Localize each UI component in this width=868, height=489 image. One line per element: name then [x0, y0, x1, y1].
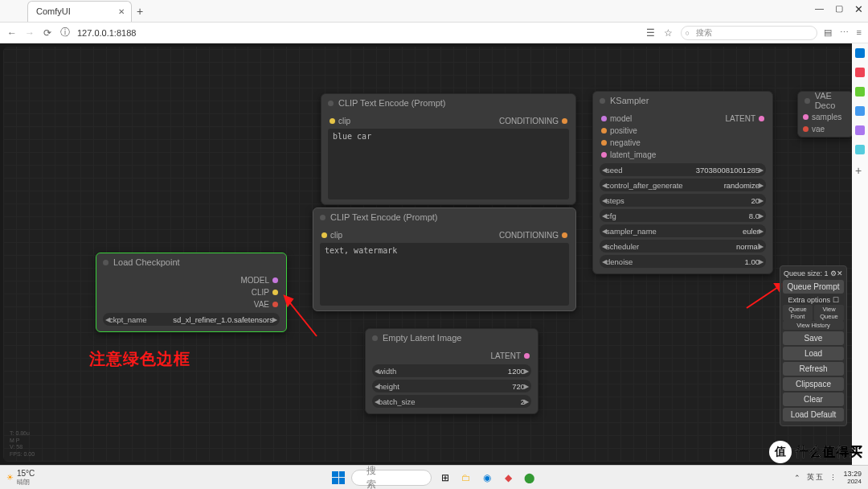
port-conditioning[interactable]: CONDITIONING	[499, 117, 567, 125]
sidebar-icon[interactable]	[855, 48, 865, 58]
browser-sidebar: +	[852, 43, 868, 465]
clock-time[interactable]: 13:29	[843, 470, 862, 478]
scheduler-widget[interactable]: ◀schedulernormal▶	[600, 240, 766, 253]
port-clip-in[interactable]: clip	[330, 117, 350, 125]
height-widget[interactable]: ◀height720▶	[372, 380, 531, 392]
batch-widget[interactable]: ◀batch_size2▶	[372, 395, 531, 408]
node-title: Empty Latent Image	[383, 333, 461, 343]
load-button[interactable]: Load	[783, 347, 844, 360]
clock-date[interactable]: 2024	[843, 478, 862, 485]
refresh-button[interactable]: Refresh	[783, 362, 844, 376]
sidebar-icon[interactable]	[855, 87, 865, 97]
port-latent-out[interactable]: LATENT	[725, 114, 764, 123]
prompt-textarea[interactable]: blue car	[328, 129, 569, 199]
menu-icon[interactable]: ⋯	[840, 27, 849, 38]
port-latent[interactable]: LATENT	[490, 351, 530, 360]
port-clip-in[interactable]: clip	[321, 231, 342, 240]
port-model[interactable]: MODEL	[240, 276, 278, 285]
view-queue-button[interactable]: View Queue	[814, 305, 844, 321]
tray-chevron-icon[interactable]: ⌃	[794, 474, 800, 482]
app-icon[interactable]: ◆	[501, 471, 515, 485]
more-icon[interactable]: ≡	[857, 27, 862, 38]
port-negative[interactable]: negative	[601, 138, 656, 147]
watermark: 值 什么值得买	[769, 441, 863, 463]
explorer-icon[interactable]: 🗀	[459, 471, 473, 485]
taskbar: ☀ 15°C 晴朗 搜索 ⊞ 🗀 ◉ ◆ ⬤ ⌃ 英 五 ⋮ 13:29 202…	[0, 465, 868, 489]
taskbar-search[interactable]: 搜索	[351, 470, 432, 486]
close-window-icon[interactable]: ✕	[854, 3, 863, 15]
start-button[interactable]	[332, 471, 345, 484]
browser-tab[interactable]: ComfyUI ✕	[27, 1, 132, 22]
weather-icon: ☀	[6, 473, 14, 482]
port-vae[interactable]: vae	[803, 125, 848, 134]
reader-icon[interactable]: ☰	[645, 27, 657, 39]
steps-widget[interactable]: ◀steps20▶	[600, 194, 766, 207]
clear-button[interactable]: Clear	[783, 392, 844, 406]
seed-widget[interactable]: ◀seed370380081001285▶	[600, 163, 766, 176]
queue-prompt-button[interactable]: Queue Prompt	[783, 280, 844, 294]
edge-icon[interactable]: ◉	[480, 471, 494, 485]
node-empty-latent[interactable]: Empty Latent Image LATENT ◀width1200▶ ◀h…	[365, 328, 538, 414]
node-clip-encode-positive[interactable]: CLIP Text Encode (Prompt) clip CONDITION…	[321, 93, 576, 205]
node-title: Load Checkpoint	[113, 257, 180, 267]
port-positive[interactable]: positive	[601, 126, 656, 135]
address-bar: ← → ⟳ ⓘ 127.0.0.1:8188 ☰ ☆ 搜索 ▤ ⋯ ≡	[0, 23, 868, 43]
extra-options[interactable]: Extra options ☐	[783, 295, 844, 305]
extension-icon[interactable]: ▤	[824, 27, 832, 38]
task-view-icon[interactable]: ⊞	[438, 471, 452, 485]
refresh-icon[interactable]: ⟳	[42, 27, 53, 39]
port-clip[interactable]: CLIP	[240, 288, 278, 297]
forward-icon[interactable]: →	[24, 27, 35, 39]
save-button[interactable]: Save	[783, 331, 844, 345]
tab-title: ComfyUI	[36, 6, 71, 16]
wifi-icon[interactable]: ⋮	[829, 474, 837, 482]
node-title: CLIP Text Encode (Prompt)	[330, 212, 438, 222]
cfg-widget[interactable]: ◀cfg8.0▶	[600, 209, 766, 222]
node-ksampler[interactable]: KSampler model positive negative latent_…	[592, 91, 773, 274]
new-tab-button[interactable]: +	[137, 5, 143, 18]
denoise-widget[interactable]: ◀denoise1.00▶	[600, 255, 766, 268]
connection-wires	[3, 47, 244, 167]
maximize-icon[interactable]: ▢	[835, 3, 843, 15]
port-vae[interactable]: VAE	[240, 300, 278, 309]
control-widget[interactable]: ◀control_after_generaterandomize▶	[600, 179, 766, 191]
sampler-widget[interactable]: ◀sampler_nameeuler▶	[600, 224, 766, 237]
clipspace-button[interactable]: Clipspace	[783, 377, 844, 391]
sidebar-icon[interactable]	[855, 125, 865, 135]
minimize-icon[interactable]: —	[815, 3, 824, 15]
port-latent[interactable]: latent_image	[601, 150, 656, 159]
node-clip-encode-negative[interactable]: CLIP Text Encode (Prompt) clip CONDITION…	[313, 208, 576, 311]
star-icon[interactable]: ☆	[663, 27, 674, 39]
port-model[interactable]: model	[601, 114, 656, 123]
prompt-textarea[interactable]: text, watermark	[320, 243, 569, 306]
close-icon: ✕	[837, 269, 843, 277]
back-icon[interactable]: ←	[6, 27, 18, 39]
weather-widget[interactable]: ☀ 15°C 晴朗	[0, 469, 35, 487]
node-title: VAE Deco	[815, 91, 853, 110]
close-icon[interactable]: ✕	[118, 7, 125, 16]
node-title: CLIP Text Encode (Prompt)	[338, 98, 446, 108]
app-icon[interactable]: ⬤	[522, 471, 536, 485]
control-panel[interactable]: Queue size: 1 ⚙✕ Queue Prompt Extra opti…	[780, 265, 847, 426]
port-conditioning[interactable]: CONDITIONING	[499, 231, 567, 240]
queue-front-button[interactable]: Queue Front	[783, 305, 813, 321]
port-samples[interactable]: samples	[803, 113, 848, 121]
sidebar-icon[interactable]	[855, 68, 865, 77]
browser-titlebar: ComfyUI ✕ + — ▢ ✕	[0, 0, 868, 23]
lock-icon: ⓘ	[59, 27, 71, 39]
load-default-button[interactable]: Load Default	[783, 408, 844, 421]
url-text[interactable]: 127.0.0.1:8188	[77, 28, 136, 38]
node-load-checkpoint[interactable]: Load Checkpoint MODEL CLIP VAE ◀ ckpt_na…	[96, 253, 287, 332]
annotation-arrow-left	[276, 288, 325, 344]
gear-icon: ⚙	[830, 269, 837, 277]
ckpt-name-widget[interactable]: ◀ ckpt_name sd_xl_refiner_1.0.safetensor…	[103, 313, 280, 326]
sidebar-icon[interactable]	[855, 145, 865, 154]
ime-indicator[interactable]: 英 五	[807, 472, 824, 483]
node-canvas[interactable]: Load Checkpoint MODEL CLIP VAE ◀ ckpt_na…	[3, 47, 865, 462]
node-vae-decode[interactable]: VAE Deco samples vae	[797, 91, 854, 138]
browser-search[interactable]: 搜索	[681, 26, 817, 40]
sidebar-icon[interactable]	[855, 106, 865, 116]
sidebar-plus-icon[interactable]: +	[855, 164, 865, 174]
width-widget[interactable]: ◀width1200▶	[372, 364, 531, 377]
view-history-button[interactable]: View History	[783, 321, 844, 330]
